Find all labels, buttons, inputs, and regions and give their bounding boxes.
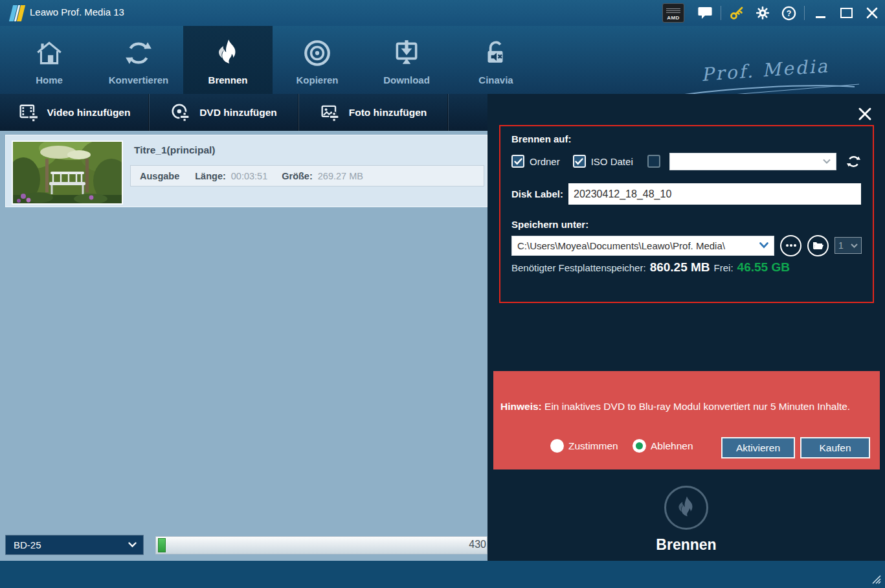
- disk-space-row: Benötigter Festplattenspeicher: 860.25 M…: [511, 260, 790, 275]
- home-icon: [34, 26, 64, 74]
- radio-zustimmen[interactable]: Zustimmen: [550, 439, 618, 453]
- status-bar: [0, 561, 885, 588]
- burn-target-row: Ordner ISO Datei: [511, 152, 861, 170]
- tab-kopieren[interactable]: Kopieren: [273, 26, 362, 94]
- notice-prefix: Hinweis:: [500, 401, 542, 412]
- tab-brennen[interactable]: Brennen: [183, 26, 273, 94]
- ellipsis-icon: [785, 243, 797, 247]
- minimize-button[interactable]: [807, 0, 833, 26]
- trial-notice: Hinweis: Ein inaktives DVD to Blu-ray Mo…: [493, 371, 880, 469]
- radio-ablehnen[interactable]: Ablehnen: [633, 439, 693, 453]
- dvd-add-icon: [171, 103, 190, 122]
- convert-arrows-icon: [124, 26, 153, 74]
- titlebar-separator: [721, 6, 721, 20]
- titlebar-separator: [804, 6, 805, 20]
- titlebar-icons: AMD: [662, 0, 885, 26]
- tab-konvertieren[interactable]: Konvertieren: [94, 26, 183, 94]
- radio-circle: [550, 439, 564, 453]
- buy-button[interactable]: Kaufen: [800, 437, 870, 458]
- panel-close-icon[interactable]: [858, 107, 872, 121]
- disk-label-label: Disk Label:: [511, 188, 563, 199]
- amd-graphic: [666, 8, 680, 14]
- radio-zustimmen-label: Zustimmen: [568, 440, 618, 452]
- disc-icon: [302, 26, 332, 74]
- amd-label: AMD: [667, 14, 680, 22]
- window-title: Leawo Prof. Media 13: [30, 6, 124, 17]
- help-icon[interactable]: ?: [776, 0, 801, 26]
- media-info-box[interactable]: Ausgabe Länge: 00:03:51 Größe: 269.27 MB: [130, 165, 484, 187]
- length-label: Länge:: [195, 171, 226, 181]
- unlock-mute-icon: [481, 26, 511, 74]
- save-path-value: C:\Users\Moyea\Documents\Leawo\Prof. Med…: [517, 240, 759, 251]
- settings-gear-icon[interactable]: [750, 0, 776, 26]
- toolbar-separator: [448, 94, 449, 131]
- leawo-logo-icon: [9, 5, 26, 21]
- radio-ablehnen-label: Ablehnen: [651, 440, 693, 452]
- add-video-button[interactable]: Video hinzufügen: [0, 94, 149, 131]
- refresh-drives-button[interactable]: [846, 154, 861, 169]
- save-path-combo[interactable]: C:\Users\Moyea\Documents\Leawo\Prof. Med…: [511, 236, 774, 256]
- register-key-icon[interactable]: [724, 0, 750, 26]
- disk-label-input[interactable]: [568, 183, 861, 205]
- photo-add-icon: [320, 103, 340, 122]
- burn-flame-icon: [664, 486, 708, 530]
- main-nav: Home Konvertieren Brennen: [0, 26, 885, 94]
- amd-tray-icon[interactable]: AMD: [662, 3, 684, 23]
- download-icon: [392, 26, 421, 74]
- drive-select[interactable]: [669, 153, 836, 170]
- titlebar: Leawo Prof. Media 13 AMD: [0, 0, 885, 26]
- add-media-toolbar: Video hinzufügen DVD hinzufügen: [0, 94, 487, 131]
- maximize-button[interactable]: [833, 0, 859, 26]
- chevron-down-icon: [128, 542, 137, 548]
- checkbox-iso-label: ISO Datei: [591, 156, 633, 167]
- space-required-label: Benötigter Festplattenspeicher:: [511, 262, 646, 273]
- chevron-down-icon: [759, 242, 768, 249]
- media-title: Titre_1(principal): [134, 144, 215, 156]
- add-photo-button[interactable]: Foto hinzufügen: [299, 94, 448, 131]
- save-to-label: Speichern unter:: [511, 219, 588, 230]
- disc-type-value: BD-25: [14, 539, 41, 550]
- disk-label-row: Disk Label:: [511, 183, 864, 205]
- copies-value: 1: [838, 240, 844, 251]
- burn-start-label: Brennen: [487, 536, 885, 554]
- add-dvd-button[interactable]: DVD hinzufügen: [150, 94, 298, 131]
- burn-settings-panel: Brennen auf: Ordner ISO Datei: [487, 94, 885, 561]
- checkbox-drive[interactable]: [647, 155, 660, 168]
- checkbox-iso[interactable]: [573, 155, 586, 168]
- brand-text: Prof. Media: [667, 53, 863, 88]
- free-value: 46.55 GB: [737, 260, 790, 275]
- free-label: Frei:: [714, 262, 734, 273]
- browse-ellipsis-button[interactable]: [780, 235, 801, 256]
- tab-home[interactable]: Home: [5, 26, 94, 94]
- tab-cinavia[interactable]: Cinavia: [451, 26, 541, 94]
- disc-type-select[interactable]: BD-25: [5, 535, 144, 555]
- media-list-area: Titre_1(principal) Ausgabe Länge: 00:03:…: [0, 131, 487, 561]
- video-add-icon: [19, 103, 38, 122]
- checkbox-ordner[interactable]: [511, 155, 524, 168]
- size-label: Größe:: [282, 171, 313, 181]
- app-window: Leawo Prof. Media 13 AMD: [0, 0, 885, 588]
- burn-start-button[interactable]: Brennen: [487, 486, 885, 554]
- media-item-row[interactable]: Titre_1(principal) Ausgabe Länge: 00:03:…: [5, 135, 487, 207]
- open-folder-button[interactable]: [807, 235, 829, 256]
- resize-grip[interactable]: [871, 574, 881, 584]
- check-icon: [514, 158, 522, 165]
- folder-icon: [812, 241, 824, 250]
- svg-text:?: ?: [786, 9, 791, 18]
- feedback-chat-icon[interactable]: [692, 0, 718, 26]
- tab-download[interactable]: Download: [362, 26, 451, 94]
- activate-button[interactable]: Aktivieren: [721, 437, 795, 458]
- capacity-progress-bar: 430: [155, 536, 487, 554]
- check-icon: [575, 158, 583, 165]
- length-value: 00:03:51: [231, 171, 267, 181]
- flame-icon: [213, 26, 243, 74]
- output-label: Ausgabe: [140, 171, 179, 181]
- video-thumbnail: [12, 141, 123, 205]
- chevron-down-icon: [851, 243, 858, 248]
- save-path-row: C:\Users\Moyea\Documents\Leawo\Prof. Med…: [511, 235, 862, 256]
- capacity-progress-text: 430: [469, 539, 486, 550]
- copies-select[interactable]: 1: [835, 237, 862, 254]
- close-button[interactable]: [859, 0, 885, 26]
- capacity-progress-fill: [158, 538, 166, 552]
- size-value: 269.27 MB: [318, 171, 363, 181]
